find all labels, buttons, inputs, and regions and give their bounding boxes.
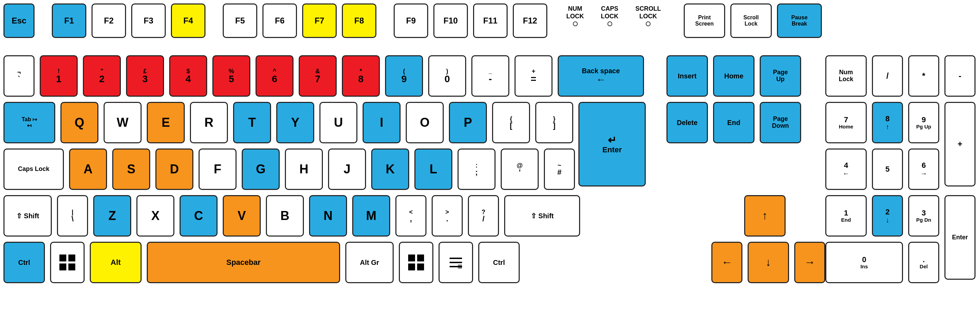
key-num0[interactable]: 0 Ins [825, 242, 903, 283]
key-num-plus[interactable]: + [945, 102, 975, 186]
key-open-bracket[interactable]: { [ [492, 102, 530, 143]
key-backtick[interactable]: ¬ ` [3, 55, 35, 97]
key-num8[interactable]: 8 ↑ [872, 102, 903, 143]
key-pause-break[interactable]: PauseBreak [777, 3, 822, 38]
key-6[interactable]: ^ 6 [256, 55, 294, 97]
key-9[interactable]: ( 9 [385, 55, 423, 97]
key-b[interactable]: B [266, 195, 304, 237]
key-num5[interactable]: 5 [872, 148, 903, 190]
key-backslash[interactable]: | \ [57, 195, 88, 237]
key-end[interactable]: End [713, 102, 754, 143]
key-0[interactable]: ) 0 [428, 55, 466, 97]
key-c[interactable]: C [180, 195, 218, 237]
key-print-screen[interactable]: PrintScreen [684, 3, 725, 38]
key-caps-lock[interactable]: Caps Lock [3, 148, 64, 190]
key-a[interactable]: A [69, 148, 107, 190]
key-num7[interactable]: 7 Home [825, 102, 867, 143]
key-f11[interactable]: F11 [473, 3, 508, 38]
key-f9[interactable]: F9 [394, 3, 428, 38]
key-period[interactable]: > . [432, 195, 463, 237]
key-num-slash[interactable]: / [872, 55, 903, 97]
key-num3[interactable]: 3 Pg Dn [908, 195, 939, 237]
key-num-lock[interactable]: NumLock [825, 55, 867, 97]
key-num9[interactable]: 9 Pg Up [908, 102, 939, 143]
key-t[interactable]: T [233, 102, 271, 143]
key-backspace[interactable]: Back space ← [558, 55, 644, 97]
key-f1[interactable]: F1 [52, 3, 86, 38]
key-h[interactable]: H [285, 148, 323, 190]
key-m[interactable]: M [352, 195, 390, 237]
key-n[interactable]: N [309, 195, 347, 237]
key-arrow-left[interactable]: ← [711, 242, 743, 283]
key-arrow-up[interactable]: ↑ [744, 195, 786, 237]
key-esc[interactable]: Esc [3, 3, 35, 38]
key-arrow-down[interactable]: ↓ [748, 242, 789, 283]
key-r[interactable]: R [190, 102, 228, 143]
key-7[interactable]: & 7 [299, 55, 337, 97]
key-minus[interactable]: _ - [471, 55, 509, 97]
key-v[interactable]: V [223, 195, 261, 237]
key-semicolon[interactable]: : ; [458, 148, 496, 190]
key-k[interactable]: K [371, 148, 409, 190]
key-p[interactable]: P [449, 102, 487, 143]
key-f3[interactable]: F3 [131, 3, 166, 38]
key-f5[interactable]: F5 [223, 3, 257, 38]
key-f[interactable]: F [199, 148, 237, 190]
key-num6[interactable]: 6 → [908, 148, 939, 190]
key-win-left[interactable] [50, 242, 84, 283]
key-hash[interactable]: ~ # [544, 148, 575, 190]
key-num-enter[interactable]: Enter [945, 195, 975, 280]
key-ctrl-right[interactable]: Ctrl [478, 242, 520, 283]
key-f6[interactable]: F6 [262, 3, 297, 38]
key-home[interactable]: Home [713, 55, 754, 97]
key-4[interactable]: $ 4 [169, 55, 207, 97]
key-f10[interactable]: F10 [433, 3, 468, 38]
key-delete[interactable]: Delete [667, 102, 708, 143]
key-z[interactable]: Z [93, 195, 131, 237]
key-i[interactable]: I [363, 102, 401, 143]
key-shift-left[interactable]: ⇧ Shift [3, 195, 52, 237]
key-8[interactable]: * 8 [342, 55, 380, 97]
key-page-down[interactable]: PageDown [760, 102, 801, 143]
key-close-bracket[interactable]: } ] [535, 102, 573, 143]
key-3[interactable]: £ 3 [126, 55, 164, 97]
key-equals[interactable]: + = [514, 55, 552, 97]
key-tab[interactable]: Tab ↦↤ [3, 102, 55, 143]
key-slash[interactable]: ? / [468, 195, 499, 237]
key-1[interactable]: ! 1 [40, 55, 78, 97]
key-alt-gr[interactable]: Alt Gr [345, 242, 394, 283]
key-f7[interactable]: F7 [302, 3, 337, 38]
key-page-up[interactable]: PageUp [760, 55, 801, 97]
key-e[interactable]: E [147, 102, 185, 143]
key-x[interactable]: X [137, 195, 174, 237]
key-spacebar[interactable]: Spacebar [147, 242, 340, 283]
key-num4[interactable]: 4 ← [825, 148, 867, 190]
key-num1[interactable]: 1 End [825, 195, 867, 237]
key-shift-right[interactable]: ⇧ Shift [504, 195, 580, 237]
key-u[interactable]: U [320, 102, 357, 143]
key-comma[interactable]: < , [395, 195, 426, 237]
key-num-dot[interactable]: . Del [908, 242, 939, 283]
key-w[interactable]: W [103, 102, 142, 143]
key-f4[interactable]: F4 [171, 3, 205, 38]
key-f8[interactable]: F8 [342, 3, 376, 38]
key-menu[interactable] [439, 242, 473, 283]
key-s[interactable]: S [112, 148, 150, 190]
key-ctrl-left[interactable]: Ctrl [3, 242, 45, 283]
key-alt-left[interactable]: Alt [90, 242, 142, 283]
key-num-asterisk[interactable]: * [908, 55, 939, 97]
key-num2[interactable]: 2 ↓ [872, 195, 903, 237]
key-insert[interactable]: Insert [667, 55, 708, 97]
key-j[interactable]: J [328, 148, 366, 190]
key-2[interactable]: " 2 [83, 55, 121, 97]
key-quote[interactable]: @ ' [501, 148, 539, 190]
key-f2[interactable]: F2 [92, 3, 126, 38]
key-5[interactable]: % 5 [212, 55, 250, 97]
key-y[interactable]: Y [276, 102, 314, 143]
key-o[interactable]: O [406, 102, 444, 143]
key-d[interactable]: D [155, 148, 193, 190]
key-l[interactable]: L [414, 148, 452, 190]
key-q[interactable]: Q [60, 102, 99, 143]
key-scroll-lock[interactable]: ScrollLock [730, 3, 772, 38]
key-arrow-right[interactable]: → [794, 242, 825, 283]
